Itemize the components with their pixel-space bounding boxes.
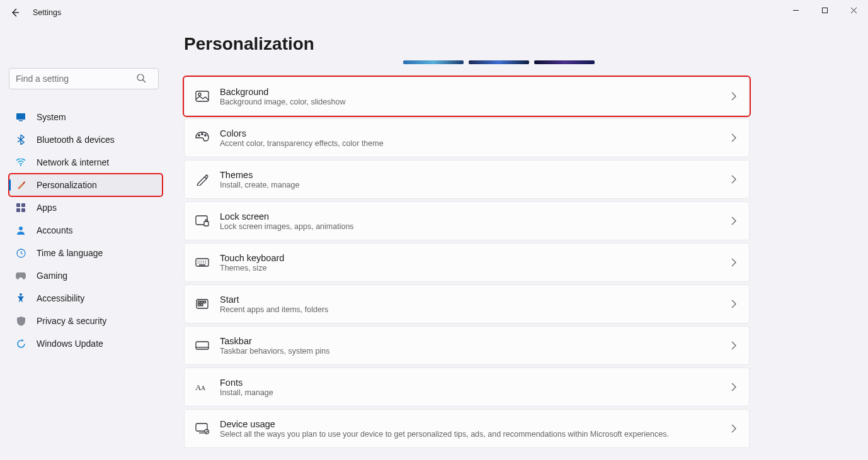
fonts-icon: AA	[195, 379, 210, 395]
chevron-right-icon	[731, 383, 736, 391]
close-button[interactable]	[839, 0, 868, 20]
svg-rect-5	[16, 203, 20, 207]
sidebar-nav: System Bluetooth & devices Network & int…	[9, 106, 163, 355]
window-controls	[781, 0, 868, 20]
svg-rect-18	[204, 222, 208, 226]
svg-point-16	[205, 135, 206, 136]
back-button[interactable]	[9, 6, 21, 19]
sidebar-item-label: Apps	[37, 203, 57, 213]
sidebar-item-system[interactable]: System	[9, 106, 163, 128]
chevron-right-icon	[731, 175, 736, 184]
sidebar-item-label: Network & internet	[37, 157, 109, 167]
sidebar-item-apps[interactable]: Apps	[9, 196, 163, 219]
sidebar-item-accessibility[interactable]: Accessibility	[9, 287, 163, 310]
sidebar-item-windows-update[interactable]: Windows Update	[9, 332, 163, 355]
svg-rect-22	[201, 301, 203, 303]
page-title: Personalization	[184, 34, 868, 54]
update-icon	[15, 339, 26, 349]
device-usage-icon	[195, 421, 210, 436]
svg-rect-21	[198, 301, 200, 303]
sidebar-item-label: Accounts	[37, 225, 73, 235]
card-subtitle: Background image, color, slideshow	[220, 98, 345, 106]
card-title: Lock screen	[220, 211, 354, 222]
sidebar-item-label: Windows Update	[37, 339, 103, 349]
svg-point-15	[202, 133, 203, 135]
card-themes[interactable]: Themes Install, create, manage	[184, 160, 750, 199]
bluetooth-icon	[15, 135, 26, 145]
system-icon	[15, 113, 26, 121]
keyboard-icon	[195, 255, 210, 270]
svg-point-14	[198, 135, 200, 136]
card-text: Themes Install, create, manage	[220, 170, 299, 189]
chevron-right-icon	[731, 300, 736, 308]
card-text: Background Background image, color, slid…	[220, 87, 345, 106]
svg-rect-0	[822, 8, 827, 13]
card-taskbar[interactable]: Taskbar Taskbar behaviors, system pins	[184, 326, 750, 365]
chevron-right-icon	[731, 424, 736, 433]
svg-point-1	[137, 74, 144, 81]
card-subtitle: Install, create, manage	[220, 181, 299, 189]
theme-thumbnail[interactable]	[469, 60, 529, 64]
search-box[interactable]	[9, 68, 163, 89]
gamepad-icon	[15, 272, 26, 279]
card-title: Fonts	[220, 378, 273, 388]
svg-rect-23	[204, 301, 206, 303]
chevron-right-icon	[731, 341, 736, 350]
svg-point-13	[198, 93, 201, 96]
shield-icon	[15, 317, 26, 326]
card-title: Device usage	[220, 419, 669, 429]
svg-rect-8	[21, 208, 25, 212]
chevron-right-icon	[731, 133, 736, 142]
sidebar-item-label: Accessibility	[37, 293, 84, 303]
card-lock-screen[interactable]: Lock screen Lock screen images, apps, an…	[184, 201, 750, 240]
card-device-usage[interactable]: Device usage Select all the ways you pla…	[184, 409, 750, 448]
card-text: Colors Accent color, transparency effect…	[220, 128, 384, 148]
theme-thumbnail-row	[403, 60, 868, 64]
card-text: Device usage Select all the ways you pla…	[220, 419, 669, 439]
svg-rect-7	[16, 208, 20, 212]
minimize-button[interactable]	[781, 0, 810, 20]
card-colors[interactable]: Colors Accent color, transparency effect…	[184, 118, 750, 157]
sidebar-item-label: Time & language	[37, 248, 103, 258]
apps-icon	[15, 203, 26, 212]
card-title: Taskbar	[220, 336, 329, 346]
sidebar: System Bluetooth & devices Network & int…	[0, 25, 171, 460]
sidebar-item-network[interactable]: Network & internet	[9, 151, 163, 174]
card-text: Touch keyboard Themes, size	[220, 253, 284, 272]
svg-rect-26	[196, 342, 208, 349]
sidebar-item-bluetooth[interactable]: Bluetooth & devices	[9, 128, 163, 151]
sidebar-item-time-language[interactable]: Time & language	[9, 242, 163, 264]
card-start[interactable]: Start Recent apps and items, folders	[184, 284, 750, 323]
card-subtitle: Lock screen images, apps, animations	[220, 222, 354, 231]
settings-card-list: Background Background image, color, slid…	[184, 77, 750, 448]
card-background[interactable]: Background Background image, color, slid…	[184, 77, 750, 116]
card-title: Themes	[220, 170, 299, 180]
sidebar-item-label: Gaming	[37, 271, 67, 281]
chevron-right-icon	[731, 258, 736, 267]
sidebar-item-gaming[interactable]: Gaming	[9, 264, 163, 287]
svg-rect-25	[201, 304, 203, 306]
globe-clock-icon	[15, 249, 26, 258]
taskbar-icon	[195, 338, 210, 353]
lock-screen-icon	[195, 213, 210, 228]
wifi-icon	[15, 159, 26, 166]
card-text: Lock screen Lock screen images, apps, an…	[220, 211, 354, 231]
svg-rect-6	[21, 203, 25, 207]
maximize-button[interactable]	[810, 0, 839, 20]
sidebar-item-accounts[interactable]: Accounts	[9, 219, 163, 242]
chevron-right-icon	[731, 92, 736, 101]
card-fonts[interactable]: AA Fonts Install, manage	[184, 367, 750, 407]
card-subtitle: Accent color, transparency effects, colo…	[220, 139, 384, 148]
sidebar-item-personalization[interactable]: Personalization	[9, 174, 163, 196]
main-panel: Personalization Background Background im…	[171, 25, 868, 460]
svg-text:A: A	[201, 384, 206, 391]
sidebar-item-label: System	[37, 112, 66, 122]
sidebar-item-label: Privacy & security	[37, 316, 106, 326]
card-subtitle: Select all the ways you plan to use your…	[220, 430, 669, 439]
theme-thumbnail[interactable]	[534, 60, 595, 64]
card-touch-keyboard[interactable]: Touch keyboard Themes, size	[184, 243, 750, 282]
sidebar-item-privacy[interactable]: Privacy & security	[9, 310, 163, 332]
search-icon	[136, 73, 146, 83]
theme-thumbnail[interactable]	[403, 60, 464, 64]
paintbrush-icon	[15, 180, 26, 190]
